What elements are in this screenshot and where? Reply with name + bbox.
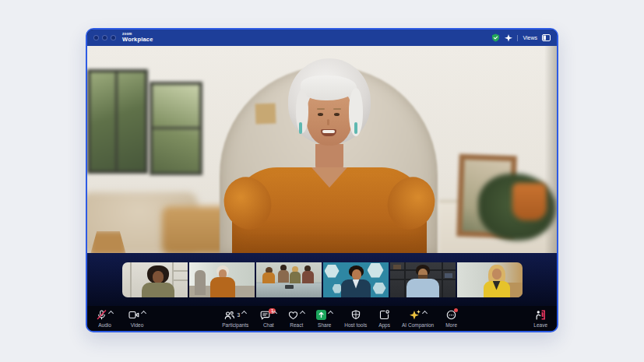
participant-filmstrip — [87, 253, 557, 306]
participants-chevron-icon[interactable] — [241, 311, 247, 316]
more-button[interactable]: More — [445, 310, 457, 328]
ai-companion-label: AI Companion — [402, 322, 434, 328]
window-control-button-1[interactable] — [93, 35, 99, 40]
host-tools-shield-icon — [351, 310, 361, 320]
participant-video-thumbnail-6[interactable] — [457, 262, 523, 297]
speaker-eye-right — [334, 113, 340, 116]
participants-icon — [224, 311, 234, 320]
speaker-eyebrow-left — [317, 108, 325, 110]
speaker-smile — [321, 129, 336, 136]
audio-label: Audio — [98, 322, 111, 328]
leave-button[interactable]: Leave — [533, 310, 547, 328]
participant-video-thumbnail-2[interactable] — [189, 262, 255, 297]
arch-picture-frame — [255, 104, 276, 125]
chat-label: Chat — [263, 322, 274, 328]
zoom-workplace-logo: zoom Workplace — [122, 33, 153, 43]
main-speaker-video[interactable] — [87, 46, 557, 253]
speaker-earring-left — [299, 122, 302, 134]
participant-video-thumbnail-4[interactable] — [323, 262, 389, 297]
more-label: More — [445, 322, 457, 328]
video-button[interactable]: Video — [128, 310, 146, 328]
react-button[interactable]: React — [288, 310, 304, 328]
share-label: Share — [318, 322, 331, 328]
more-icon — [446, 310, 456, 320]
speaker-earring-right — [354, 122, 357, 134]
chat-button[interactable]: 1 Chat — [260, 310, 276, 328]
wall-shadow — [544, 46, 557, 253]
share-chevron-icon[interactable] — [328, 311, 333, 316]
share-screen-icon — [316, 310, 326, 320]
participants-count: 3 — [237, 312, 240, 318]
participant-video-thumbnail-5[interactable] — [390, 262, 456, 297]
speaker-eye-left — [318, 113, 323, 116]
apps-label: Apps — [378, 322, 390, 328]
window-controls — [93, 35, 116, 40]
audio-chevron-icon[interactable] — [108, 311, 114, 316]
react-chevron-icon[interactable] — [300, 311, 305, 316]
encryption-shield-icon[interactable] — [491, 33, 500, 42]
participants-label: Participants — [222, 322, 248, 328]
share-button[interactable]: Share — [316, 310, 333, 328]
chat-icon: 1 — [260, 311, 270, 320]
participant-video-thumbnail-1[interactable] — [122, 262, 188, 297]
zoom-meeting-window: zoom Workplace Views — [86, 28, 558, 332]
ai-companion-sparkle-icon — [410, 310, 421, 320]
audio-button[interactable]: Audio — [97, 310, 113, 328]
views-button-label[interactable]: Views — [523, 35, 537, 40]
heart-icon — [288, 311, 298, 320]
more-badge-dot — [454, 308, 458, 312]
leave-label: Leave — [533, 322, 547, 328]
leave-door-icon — [535, 310, 546, 320]
window-control-button-3[interactable] — [111, 35, 116, 40]
camera-icon — [128, 311, 139, 319]
apps-button[interactable]: Apps — [378, 310, 390, 328]
meeting-toolbar: Audio Video 3 — [87, 306, 557, 331]
plant-pot — [512, 183, 547, 220]
video-chevron-icon[interactable] — [141, 311, 146, 316]
speaker-hair-side-left — [296, 90, 308, 133]
apps-icon — [379, 310, 389, 320]
host-tools-button[interactable]: Host tools — [344, 310, 367, 328]
ai-companion-button[interactable]: AI Companion — [402, 310, 434, 328]
participant-video-thumbnail-3[interactable] — [256, 262, 322, 297]
room-window-right — [150, 82, 202, 175]
video-label: Video — [131, 322, 144, 328]
chat-chevron-icon[interactable] — [272, 311, 277, 316]
speaker-nose — [327, 119, 329, 125]
participants-button[interactable]: 3 Participants — [222, 310, 248, 328]
react-label: React — [290, 322, 303, 328]
workplace-logo-text: Workplace — [122, 37, 153, 43]
views-grid-icon[interactable] — [542, 34, 551, 41]
host-tools-label: Host tools — [344, 322, 367, 328]
ai-companion-chevron-icon[interactable] — [422, 311, 428, 316]
titlebar-divider — [517, 35, 518, 41]
mic-muted-icon — [97, 310, 107, 320]
window-control-button-2[interactable] — [102, 35, 107, 40]
room-window-left — [87, 69, 148, 174]
ai-sparkle-icon[interactable] — [505, 34, 512, 42]
speaker-eyebrow-right — [333, 108, 341, 110]
titlebar: zoom Workplace Views — [87, 30, 557, 46]
